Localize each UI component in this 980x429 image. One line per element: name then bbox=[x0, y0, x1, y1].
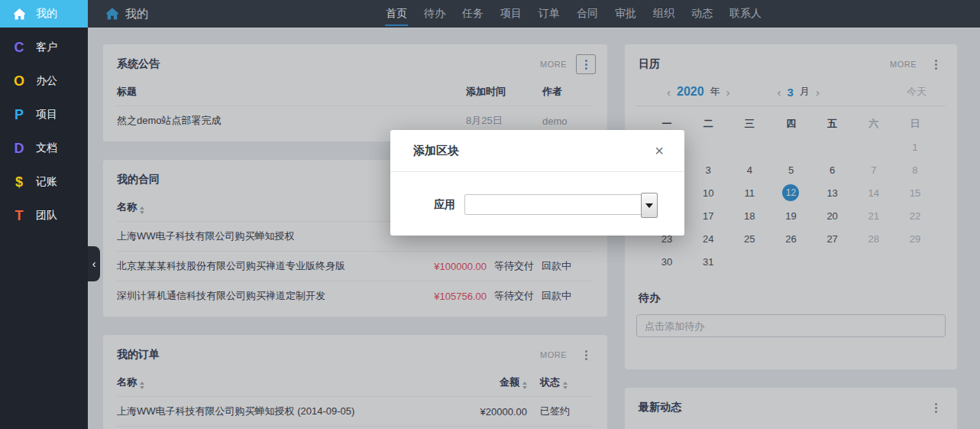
sidebar-item-label: 文档 bbox=[36, 141, 57, 155]
sidebar-item-doc[interactable]: D 文档 bbox=[0, 132, 88, 165]
dialog-title: 添加区块 bbox=[413, 144, 459, 158]
sidebar: 我的 C 客户 O 办公 P 项目 D 文档 $ 记账 T 团队 bbox=[0, 0, 88, 429]
sidebar-item-cash[interactable]: $ 记账 bbox=[0, 165, 88, 199]
cash-app-icon: $ bbox=[10, 174, 28, 190]
sidebar-item-label: 项目 bbox=[36, 108, 57, 122]
caret-down-icon bbox=[645, 203, 653, 208]
sidebar-item-label: 记账 bbox=[36, 175, 57, 189]
sidebar-item-label: 客户 bbox=[36, 41, 57, 54]
app-select[interactable] bbox=[464, 194, 657, 215]
team-app-icon: T bbox=[10, 208, 28, 224]
close-icon[interactable]: × bbox=[655, 143, 664, 158]
sidebar-item-project[interactable]: P 项目 bbox=[0, 98, 88, 132]
home-icon bbox=[10, 6, 28, 22]
sidebar-item-label: 团队 bbox=[36, 209, 57, 223]
sidebar-item-crm[interactable]: C 客户 bbox=[0, 31, 88, 64]
sidebar-item-label: 办公 bbox=[36, 74, 57, 88]
sidebar-item-team[interactable]: T 团队 bbox=[0, 199, 88, 232]
sidebar-collapse-handle[interactable]: ‹ bbox=[88, 246, 100, 281]
chevron-left-icon: ‹ bbox=[92, 258, 96, 270]
sidebar-item-my[interactable]: 我的 bbox=[0, 0, 88, 28]
add-block-dialog: 添加区块 × 应用 bbox=[390, 130, 684, 236]
oa-app-icon: O bbox=[10, 73, 28, 89]
crm-app-icon: C bbox=[10, 40, 28, 56]
sidebar-item-oa[interactable]: O 办公 bbox=[0, 64, 88, 98]
sidebar-item-label: 我的 bbox=[36, 7, 57, 21]
project-app-icon: P bbox=[10, 107, 28, 123]
select-dropdown-button[interactable] bbox=[641, 193, 658, 218]
app-field-label: 应用 bbox=[390, 198, 464, 212]
doc-app-icon: D bbox=[10, 141, 28, 157]
